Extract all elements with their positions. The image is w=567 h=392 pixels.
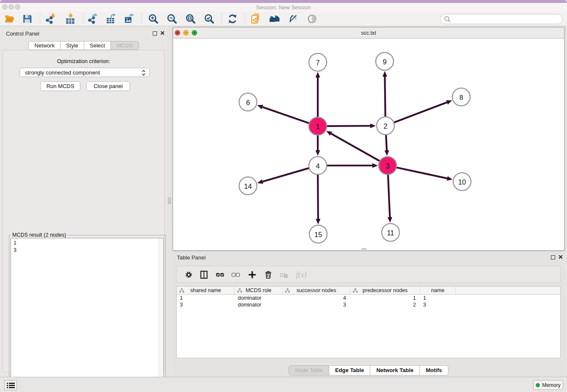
zoom-fit-button[interactable] — [185, 13, 196, 24]
edge-4-14[interactable] — [263, 168, 309, 182]
open-file-icon — [4, 14, 15, 24]
function-builder-button[interactable]: f(x) — [294, 269, 309, 280]
tab-style[interactable]: Style — [61, 41, 84, 50]
table-cell[interactable]: dominator — [235, 302, 283, 308]
birds-eye-button[interactable] — [306, 13, 317, 24]
edge-2-3[interactable] — [386, 135, 387, 150]
node-label-7: 7 — [316, 59, 319, 66]
column-header-MCDS-role[interactable]: MCDS role — [235, 287, 283, 294]
criterion-select[interactable]: strongly connected component — [19, 68, 150, 77]
delete-column-button[interactable] — [263, 269, 274, 280]
tab-mcds[interactable]: MCDS — [111, 41, 138, 50]
home-networks-button[interactable] — [269, 13, 280, 24]
zoom-selected-button[interactable] — [204, 13, 215, 24]
table-row[interactable]: 3dominator323 — [177, 301, 560, 308]
edge-3-11[interactable] — [388, 174, 390, 217]
network-canvas[interactable]: 1234678910111415 — [173, 39, 564, 250]
table-cell[interactable]: 3 — [283, 302, 350, 308]
edge-arrowhead — [257, 105, 263, 109]
result-scrollbar[interactable] — [159, 238, 163, 392]
float-table-panel-icon[interactable] — [551, 255, 555, 259]
column-header-predecessor-nodes[interactable]: predecessor nodes — [350, 287, 420, 294]
table-cell[interactable]: dominator — [235, 295, 283, 301]
memory-button[interactable]: Memory — [533, 380, 563, 390]
tab-network-table[interactable]: Network Table — [370, 365, 420, 375]
delete-column-icon — [264, 270, 273, 279]
save-session-button[interactable] — [22, 13, 33, 24]
column-type-icon — [285, 288, 290, 293]
clone-network-button[interactable] — [250, 13, 261, 24]
tab-network[interactable]: Network — [28, 41, 61, 50]
column-header-shared-name[interactable]: shared name — [177, 287, 235, 294]
tab-motifs[interactable]: Motifs — [420, 365, 448, 375]
mcds-result-textarea[interactable]: 13 — [11, 238, 164, 392]
export-network-button[interactable] — [87, 13, 98, 24]
table-cell[interactable]: 1 — [420, 295, 456, 301]
canvas-scroll-nub[interactable] — [361, 248, 366, 250]
delete-table-button[interactable] — [278, 269, 289, 280]
node-label-15: 15 — [314, 231, 322, 238]
table-panel-title: Table Panel — [177, 254, 206, 261]
edge-2-9[interactable] — [385, 77, 385, 117]
select-all-button[interactable] — [215, 269, 226, 280]
search-box[interactable] — [440, 14, 563, 24]
network-graph: 1234678910111415 — [173, 39, 564, 250]
hide-details-icon — [288, 14, 298, 24]
panel-splitter-handle[interactable] — [168, 197, 171, 204]
mcds-result-lines: 13 — [11, 238, 163, 255]
add-column-button[interactable] — [247, 269, 258, 280]
zoom-out-button[interactable] — [166, 13, 177, 24]
clone-network-icon — [250, 14, 261, 24]
table-cell[interactable]: 1 — [350, 295, 420, 301]
import-table-button[interactable] — [65, 13, 76, 24]
close-panel-icon[interactable]: ✕ — [160, 30, 165, 36]
houses-icon — [269, 14, 280, 24]
table-cell[interactable]: 2 — [350, 302, 420, 308]
close-panel-button[interactable]: Close panel — [86, 81, 130, 91]
edge-4-15[interactable] — [318, 174, 318, 219]
node-label-10: 10 — [458, 178, 466, 186]
search-input[interactable] — [453, 16, 562, 22]
open-file-button[interactable] — [4, 13, 15, 24]
tab-node-table[interactable]: Node Table — [289, 365, 329, 375]
refresh-button[interactable] — [227, 13, 238, 24]
add-column-icon — [248, 270, 257, 279]
function-builder-icon: f(x) — [296, 271, 307, 279]
run-mcds-button[interactable]: Run MCDS — [40, 81, 80, 91]
column-header-name[interactable]: name — [420, 287, 456, 294]
network-view-window: ✕ − + scc.txt 1234678910111415 — [173, 27, 564, 251]
table-row[interactable]: 1dominator411 — [177, 295, 560, 301]
zoom-in-button[interactable] — [148, 13, 159, 24]
column-header-label: name — [431, 287, 444, 293]
table-settings-button[interactable] — [183, 269, 194, 280]
import-network-button[interactable] — [45, 13, 56, 24]
node-label-8: 8 — [459, 94, 463, 101]
export-image-button[interactable] — [124, 13, 135, 24]
deselect-all-button[interactable] — [230, 269, 241, 280]
edge-1-2[interactable] — [327, 126, 370, 126]
edge-1-6[interactable] — [262, 107, 309, 123]
table-cell[interactable]: 3 — [420, 302, 456, 308]
control-panel-tabs: NetworkStyleSelectMCDS — [0, 41, 167, 50]
table-cell[interactable]: 1 — [177, 295, 235, 301]
export-table-button[interactable] — [105, 13, 116, 24]
list-icon — [7, 382, 15, 389]
table-cell[interactable]: 3 — [177, 302, 235, 308]
search-icon — [444, 16, 451, 23]
tab-select[interactable]: Select — [84, 41, 111, 50]
edge-3-10[interactable] — [396, 167, 447, 178]
edge-3-1[interactable] — [331, 134, 380, 161]
network-window-titlebar[interactable]: ✕ − + scc.txt — [173, 28, 564, 39]
network-list-button[interactable] — [4, 380, 17, 390]
edge-2-8[interactable] — [394, 102, 447, 123]
float-panel-icon[interactable] — [153, 31, 157, 36]
close-table-panel-icon[interactable]: ✕ — [558, 254, 563, 260]
edge-arrowhead — [383, 71, 387, 77]
table-cell[interactable]: 4 — [283, 295, 350, 301]
column-header-successor-nodes[interactable]: successor nodes — [283, 287, 350, 294]
tab-edge-table[interactable]: Edge Table — [329, 365, 370, 375]
hide-details-button[interactable] — [287, 13, 298, 24]
column-view-button[interactable] — [198, 269, 209, 280]
import-table-icon — [65, 14, 76, 24]
edge-arrowhead — [446, 100, 452, 105]
